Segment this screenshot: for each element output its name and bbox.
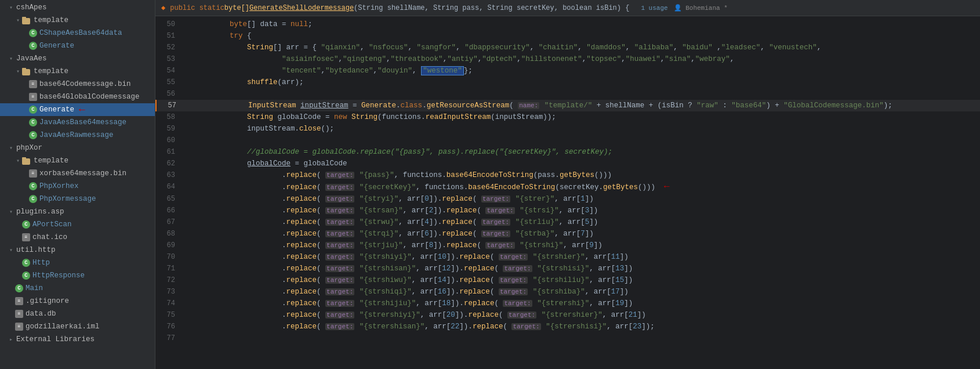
sidebar-item-main[interactable]: Main — [0, 282, 155, 295]
line-content: globalCode = globalCode — [193, 158, 980, 169]
code-line-76: 76 .replace( target: "{strershisan}", ar… — [155, 321, 980, 332]
arrow-icon — [14, 68, 22, 75]
sidebar-item-plugins-asp[interactable]: plugins.asp — [0, 205, 155, 218]
sidebar-label: Generate — [39, 42, 74, 50]
sidebar-item-base64globalcodemessage[interactable]: base64GlobalCodemessage — [0, 91, 155, 103]
line-content: try { — [193, 30, 980, 42]
arrow-icon — [7, 208, 15, 215]
sidebar-label: base64GlobalCodemessage — [39, 93, 140, 101]
line-number: 59 — [155, 123, 181, 135]
sidebar-item-phpxor[interactable]: phpXor — [0, 142, 155, 154]
sidebar-item-phpxorhex[interactable]: PhpXorhex — [0, 180, 155, 193]
line-content: inputStream.close(); — [193, 123, 980, 135]
sidebar-item-template-3[interactable]: template — [0, 154, 155, 167]
code-line-75: 75 .replace( target: "{strershiyi}", arr… — [155, 309, 980, 321]
line-number: 61 — [155, 146, 181, 158]
code-panel: ◆ public static byte[] GenerateShellLode… — [155, 0, 980, 369]
arrow-icon — [14, 17, 22, 24]
line-number: 57 — [157, 100, 182, 111]
code-line-69: 69 .replace( target: "{strjiu}", arr[8])… — [155, 240, 980, 251]
line-number: 68 — [155, 228, 181, 240]
line-number: 62 — [155, 158, 181, 169]
sidebar-item-data-db[interactable]: data.db — [0, 308, 155, 320]
line-content: .replace( target: "{strshiqi}", arr[16])… — [193, 286, 980, 298]
sidebar-item-external-libraries[interactable]: External Libraries — [0, 333, 155, 346]
sidebar-label: xorbase64message.bin — [39, 169, 126, 178]
arrow-icon — [7, 247, 15, 254]
sidebar-item-httpresponse[interactable]: HttpResponse — [0, 269, 155, 282]
sidebar-label: phpXor — [16, 144, 42, 152]
sidebar-item-javaaesrawmessage[interactable]: JavaAesRawmessage — [0, 129, 155, 142]
line-content — [193, 332, 980, 344]
method-sig-params: (String shellName, String pass, String s… — [354, 4, 629, 12]
file-icon — [15, 310, 23, 318]
class-icon — [29, 118, 37, 126]
line-content: .replace( target: "{stryi}", arr[0]).rep… — [193, 193, 980, 205]
sidebar-label: base64Codemessage.bin — [39, 80, 131, 88]
code-line-58: 58 String globalCode = new String(functi… — [155, 111, 980, 123]
sidebar-item-gitignore[interactable]: .gitignore — [0, 295, 155, 308]
arrow-icon — [7, 4, 15, 11]
sidebar-label: JavaAesBase64message — [39, 118, 126, 126]
line-content: .replace( target: "{strshisan}", arr[12]… — [193, 263, 980, 274]
line-content: //globalCode = globalCode.replace("{pass… — [193, 146, 980, 158]
sidebar-item-generate-2[interactable]: Generate ← — [0, 103, 155, 116]
sidebar-label: template — [34, 67, 68, 75]
line-content: .replace( target: "{strershiyi}", arr[20… — [193, 309, 980, 321]
file-icon — [29, 80, 37, 88]
code-line-61: 61 //globalCode = globalCode.replace("{p… — [155, 146, 980, 158]
code-line-74: 74 .replace( target: "{strshijiu}", arr[… — [155, 298, 980, 309]
code-line-70: 70 .replace( target: "{strshiyi}", arr[1… — [155, 251, 980, 263]
method-sig-public: public static — [170, 4, 224, 12]
sidebar-item-cshapes[interactable]: cshApes — [0, 1, 155, 14]
line-number: 53 — [155, 53, 181, 65]
line-content: byte[] data = null; — [193, 19, 980, 30]
file-tree[interactable]: cshApes template CShapeAesBase64data Gen… — [0, 0, 155, 369]
sidebar-item-phpxormessage[interactable]: PhpXormessage — [0, 193, 155, 205]
sidebar-label: .gitignore — [26, 297, 69, 305]
class-icon — [22, 272, 30, 280]
code-line-66: 66 .replace( target: "{strsan}", arr[2])… — [155, 205, 980, 216]
sidebar-item-javaaes[interactable]: JavaAes — [0, 52, 155, 65]
line-content: InputStream inputStream = Generate.class… — [194, 100, 980, 111]
sidebar-item-template-2[interactable]: template — [0, 65, 155, 78]
code-area[interactable]: 50 byte[] data = null; 51 try { 52 Strin… — [155, 16, 980, 369]
sidebar-label: cshApes — [16, 3, 47, 12]
sidebar-item-base64codemessage[interactable]: base64Codemessage.bin — [0, 78, 155, 91]
sidebar-item-godzillaerkai[interactable]: godzillaerkai.iml — [0, 320, 155, 333]
sidebar-item-template-1[interactable]: template — [0, 14, 155, 27]
line-content: String[] arr = { "qianxin", "nsfocus", "… — [193, 42, 980, 53]
code-line-53: 53 "asiainfosec","qingteng","threatbook"… — [155, 53, 980, 65]
line-number: 52 — [155, 42, 181, 53]
sidebar-item-aportscan[interactable]: APortScan — [0, 218, 155, 231]
sidebar-label: HttpResponse — [32, 272, 85, 280]
class-icon — [29, 42, 37, 50]
line-number: 63 — [155, 169, 181, 181]
class-icon — [29, 131, 37, 139]
class-icon — [29, 182, 37, 190]
line-number: 58 — [155, 111, 181, 123]
sidebar-label: APortScan — [32, 220, 72, 229]
line-content: .replace( target: "{pass}", functions.ba… — [193, 169, 980, 181]
sidebar-item-http[interactable]: Http — [0, 256, 155, 269]
line-number: 66 — [155, 205, 181, 216]
sidebar-label: data.db — [26, 310, 56, 318]
line-content: .replace( target: "{strsan}", arr[2]).re… — [193, 205, 980, 216]
sidebar-label: PhpXormessage — [39, 195, 96, 203]
sidebar-label: External Libraries — [16, 335, 95, 343]
line-number: 69 — [155, 240, 181, 251]
sidebar-item-cshapeaesbase64data[interactable]: CShapeAesBase64data — [0, 27, 155, 39]
sidebar-item-javaaesbase64message[interactable]: JavaAesBase64message — [0, 116, 155, 129]
line-number: 72 — [155, 274, 181, 286]
line-content: .replace( target: "{strshijiu}", arr[18]… — [193, 298, 980, 309]
sidebar-item-xorbase64message[interactable]: xorbase64message.bin — [0, 167, 155, 180]
sidebar-item-chat-ico[interactable]: chat.ico — [0, 231, 155, 244]
sidebar-item-generate-1[interactable]: Generate — [0, 39, 155, 52]
sidebar-label: template — [34, 16, 68, 24]
file-icon — [29, 169, 37, 178]
line-content — [193, 88, 980, 100]
code-line-65: 65 .replace( target: "{stryi}", arr[0]).… — [155, 193, 980, 205]
line-number: 50 — [155, 19, 181, 30]
sidebar-label: util.http — [16, 246, 56, 254]
sidebar-item-util-http[interactable]: util.http — [0, 244, 155, 256]
